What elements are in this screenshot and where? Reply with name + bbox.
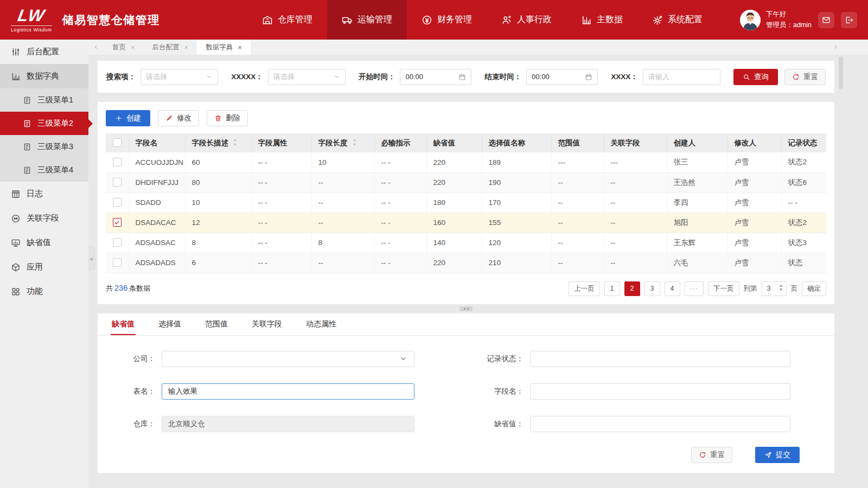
tab-close-icon[interactable]: ×: [238, 44, 242, 51]
time-picker-4[interactable]: 00:00: [526, 69, 598, 85]
sidebar-item-3[interactable]: 三级菜单1: [0, 88, 88, 112]
detail-tab-5[interactable]: 动态属性: [305, 313, 337, 335]
submit-button[interactable]: 提交: [755, 447, 800, 463]
form-input[interactable]: [531, 351, 790, 367]
nav-item-5[interactable]: 主数据: [566, 0, 637, 40]
detail-tab-3[interactable]: 范围值: [204, 313, 229, 335]
detail-tab-1[interactable]: 缺省值: [111, 313, 136, 335]
nav-item-4[interactable]: 人事行政: [487, 0, 566, 40]
cell: ---: [604, 152, 667, 172]
sidebar-collapse-handle[interactable]: «: [88, 247, 95, 271]
table-row-6[interactable]: ADSADADS6-- ----- -220210----六毛卢雪状态: [106, 253, 826, 273]
tab-scroll-right[interactable]: [828, 40, 843, 55]
row-checkbox[interactable]: [113, 258, 122, 267]
tab-close-icon[interactable]: ×: [131, 44, 135, 51]
sidebar-item-4[interactable]: 三级菜单2: [0, 112, 88, 135]
goto-page-input[interactable]: 3: [762, 281, 787, 296]
cell: --: [604, 213, 667, 233]
cell: 王浩然: [667, 172, 727, 192]
components-icon: [11, 287, 21, 297]
user-greeting: 下午好: [766, 9, 812, 20]
search-reset-button[interactable]: 重置: [784, 69, 826, 85]
next-page-button[interactable]: 下一页: [708, 281, 739, 296]
form-reset-button[interactable]: 重置: [691, 447, 732, 463]
create-button[interactable]: 创建: [106, 110, 150, 126]
refresh-icon: [792, 73, 800, 81]
search-select-1[interactable]: 请选择: [141, 69, 218, 85]
page-button-4[interactable]: 4: [665, 281, 680, 296]
sidebar-item-7[interactable]: 日志: [0, 182, 88, 206]
plus-icon: [115, 114, 123, 122]
column-header-2[interactable]: 字段长描述: [185, 133, 251, 152]
vertical-scrollbar[interactable]: [839, 56, 843, 89]
page-tab-1[interactable]: 首页×: [104, 40, 144, 55]
nav-item-2[interactable]: 运输管理: [327, 0, 407, 40]
select-all-checkbox[interactable]: [113, 138, 122, 147]
form-input-wrap: [530, 383, 790, 400]
delete-button[interactable]: 删除: [207, 110, 248, 126]
row-checkbox[interactable]: [113, 158, 122, 166]
delete-button-label: 删除: [226, 113, 240, 123]
sidebar-item-10[interactable]: 应用: [0, 255, 88, 279]
nav-item-1[interactable]: 仓库管理: [247, 0, 327, 40]
cell: 160: [426, 213, 482, 233]
page-button-1[interactable]: 1: [604, 281, 620, 296]
sidebar-item-2[interactable]: 数据字典: [0, 64, 88, 88]
avatar[interactable]: [740, 10, 761, 30]
nav-item-6[interactable]: 系统配置: [637, 0, 717, 40]
search-select-2[interactable]: 请选择: [268, 69, 346, 85]
form-input[interactable]: [162, 384, 414, 399]
prev-page-button[interactable]: 上一页: [569, 281, 600, 296]
page-button-2[interactable]: 2: [624, 281, 640, 296]
divider-drag-handle[interactable]: [459, 306, 473, 311]
search-input[interactable]: [643, 69, 720, 85]
edit-button[interactable]: 修改: [158, 110, 199, 126]
warehouse-icon: [262, 15, 273, 25]
sort-icon[interactable]: [352, 138, 357, 148]
row-checkbox[interactable]: [113, 238, 122, 247]
detail-tab-4[interactable]: 关联字段: [251, 313, 283, 335]
confirm-page-button[interactable]: 确定: [802, 281, 826, 296]
cell: -- -: [374, 253, 426, 273]
column-header-label: 范围值: [558, 138, 580, 148]
form-input[interactable]: [531, 384, 790, 399]
detail-tab-2[interactable]: 选择值: [157, 313, 182, 335]
search-field-label: XXXX：: [611, 72, 638, 82]
row-checkbox[interactable]: [113, 198, 122, 207]
page-button-3[interactable]: 3: [644, 281, 660, 296]
cell: -- -: [251, 253, 311, 273]
tab-scroll-left[interactable]: [88, 40, 104, 55]
column-header-4[interactable]: 字段长度: [311, 133, 374, 152]
page-tab-2[interactable]: 后台配置×: [144, 40, 197, 55]
sort-icon[interactable]: [233, 138, 238, 148]
row-checkbox[interactable]: [113, 218, 122, 227]
sidebar-item-1[interactable]: 后台配置: [0, 40, 88, 64]
form-select[interactable]: [162, 351, 414, 367]
sidebar-item-11[interactable]: 功能: [0, 279, 88, 304]
cell: 190: [482, 172, 551, 192]
row-checkbox[interactable]: [113, 178, 122, 187]
total-count: 236: [114, 284, 127, 292]
sidebar-item-8[interactable]: 关联字段: [0, 206, 88, 230]
sidebar-item-9[interactable]: 缺省值: [0, 230, 88, 255]
edit-button-label: 修改: [177, 113, 192, 123]
tab-close-icon[interactable]: ×: [184, 44, 189, 51]
table-row-2[interactable]: DHDIFNFJJJ80-- ----- -220190----王浩然卢雪状态6: [106, 172, 826, 192]
table-row-3[interactable]: SDADD10-- ----- -180170----李四卢雪-- -: [106, 192, 826, 213]
table-row-1[interactable]: ACCUOJJDJN60-- -10-- -220189------张三卢雪状态…: [106, 152, 826, 172]
query-button[interactable]: 查询: [733, 69, 778, 85]
logout-button[interactable]: [841, 12, 857, 28]
time-picker-3[interactable]: 00:00: [400, 69, 471, 85]
sidebar-item-5[interactable]: 三级菜单3: [0, 135, 88, 158]
sidebar-item-6[interactable]: 三级菜单4: [0, 158, 88, 182]
form-input[interactable]: [531, 416, 790, 432]
table-row-5[interactable]: ADSADSAC8-- -8-- -140120----王东辉卢雪状态3: [106, 233, 826, 253]
nav-item-label: 人事行政: [517, 14, 552, 25]
mail-button[interactable]: [818, 12, 834, 28]
page-ellipsis[interactable]: ···: [685, 281, 704, 296]
chevron-down-icon: [399, 355, 407, 363]
table-row-4[interactable]: DSADACAC12-- ----- -160155----旭阳卢雪状态2: [106, 213, 826, 233]
nav-item-3[interactable]: 财务管理: [407, 0, 487, 40]
stepper-icon[interactable]: [778, 284, 783, 293]
page-tab-3[interactable]: 数据字典×: [197, 40, 251, 55]
